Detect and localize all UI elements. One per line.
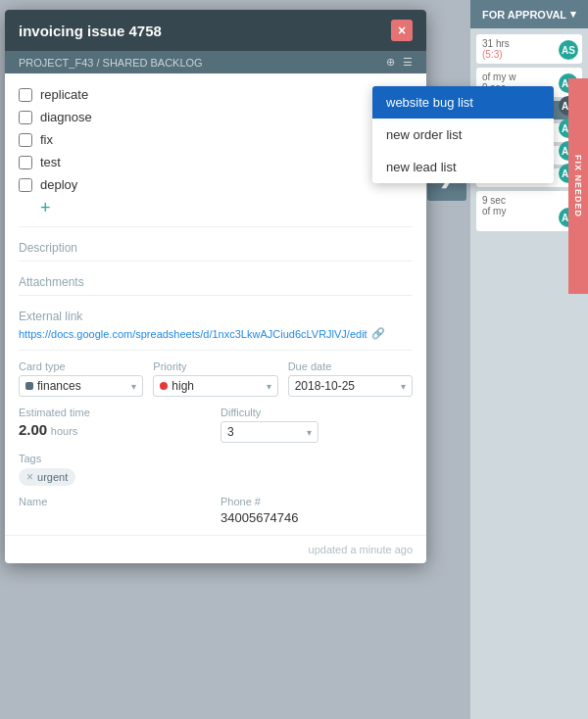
chevron-down-icon: ▾ — [570, 8, 576, 21]
checklist-item-fix: fix — [19, 128, 413, 151]
modal-footer: updated a minute ago — [5, 535, 426, 563]
chevron-down-icon: ▾ — [131, 381, 136, 392]
difficulty-field: Difficulty 3 ▾ — [220, 407, 413, 443]
checklist: replicate diagnose fix test deploy — [19, 83, 413, 196]
deploy-label: deploy — [40, 177, 77, 192]
add-checklist-item-button[interactable]: + — [40, 196, 51, 220]
menu-icon[interactable]: ☰ — [403, 56, 413, 69]
card-fields-row: Card type finances ▾ Priority high ▾ Due… — [19, 360, 413, 397]
priority-value: high — [172, 379, 194, 393]
checklist-item-deploy: deploy — [19, 173, 413, 196]
list-dropdown-menu: website bug list new order list new lead… — [372, 86, 554, 183]
card-type-field: Card type finances ▾ — [19, 360, 143, 397]
tag-remove-icon[interactable]: × — [26, 470, 33, 484]
tags-label: Tags — [19, 453, 413, 464]
divider — [19, 350, 413, 351]
dropdown-item-new-order-list[interactable]: new order list — [372, 119, 554, 151]
replicate-label: replicate — [40, 87, 88, 102]
fix-label: fix — [40, 132, 53, 147]
checklist-item-diagnose: diagnose — [19, 106, 413, 128]
estimated-time-number: 2.00 — [19, 421, 47, 438]
close-button[interactable]: × — [391, 20, 413, 41]
estimated-time-value: 2.00 hours — [19, 421, 211, 438]
tags-row: Tags × urgent — [19, 453, 413, 486]
difficulty-select[interactable]: 3 ▾ — [220, 421, 318, 443]
diagnose-checkbox[interactable] — [19, 111, 32, 124]
description-label: Description — [19, 241, 413, 255]
tag-urgent: × urgent — [19, 468, 75, 486]
external-link-label: External link — [19, 310, 413, 323]
modal-subheader: PROJECT_F43 / SHARED BACKLOG ⊕ ☰ — [5, 51, 426, 73]
estimated-time-unit: hours — [51, 425, 78, 437]
phone-value: 34005674746 — [220, 510, 413, 525]
test-label: test — [40, 155, 61, 169]
card-type-value: finances — [37, 379, 81, 393]
name-label: Name — [19, 496, 211, 507]
link-icon: 🔗 — [371, 327, 385, 340]
issue-modal: invoicing issue 4758 × PROJECT_F43 / SHA… — [5, 10, 426, 563]
difficulty-value: 3 — [227, 425, 234, 439]
due-date-select[interactable]: 2018-10-25 ▾ — [288, 375, 413, 397]
deploy-checkbox[interactable] — [19, 178, 32, 192]
dropdown-item-website-bug-list[interactable]: website bug list — [372, 86, 554, 119]
time-difficulty-row: Estimated time 2.00 hours Difficulty 3 ▾ — [19, 407, 413, 443]
estimated-time-field: Estimated time 2.00 hours — [19, 407, 211, 443]
modal-body: replicate diagnose fix test deploy + Des… — [5, 73, 426, 535]
modal-title: invoicing issue 4758 — [19, 23, 162, 39]
priority-dot — [160, 382, 168, 390]
fix-checkbox[interactable] — [19, 133, 32, 147]
kanban-card: 31 hrs (5:3) AS — [476, 34, 582, 64]
test-checkbox[interactable] — [19, 156, 32, 169]
checklist-item-replicate: replicate — [19, 83, 413, 106]
tag-value: urgent — [37, 471, 68, 483]
due-date-value: 2018-10-25 — [295, 379, 355, 393]
priority-label: Priority — [153, 360, 277, 372]
expand-icon[interactable]: ⊕ — [386, 56, 395, 69]
replicate-checkbox[interactable] — [19, 88, 32, 102]
card-type-label: Card type — [19, 360, 143, 372]
priority-field: Priority high ▾ — [153, 360, 277, 397]
updated-timestamp: updated a minute ago — [309, 544, 413, 555]
checklist-item-test: test — [19, 151, 413, 173]
for-approval-label: FOR APPROVAL — [482, 9, 566, 21]
divider — [19, 295, 413, 296]
kanban-card: 9 sec of my AS 44 — [476, 191, 582, 231]
diagnose-label: diagnose — [40, 110, 92, 124]
priority-select[interactable]: high ▾ — [153, 375, 277, 397]
modal-header: invoicing issue 4758 × — [5, 10, 426, 51]
phone-label: Phone # — [220, 496, 413, 507]
chevron-down-icon: ▾ — [401, 381, 406, 392]
phone-field: Phone # 34005674746 — [220, 496, 413, 525]
attachments-label: Attachments — [19, 275, 413, 289]
name-field: Name — [19, 496, 211, 525]
breadcrumb: PROJECT_F43 / SHARED BACKLOG — [19, 57, 203, 69]
divider — [19, 226, 413, 227]
for-approval-header: FOR APPROVAL ▾ — [470, 0, 588, 28]
chevron-down-icon: ▾ — [267, 381, 271, 392]
chevron-down-icon: ▾ — [307, 427, 312, 438]
tags-field: Tags × urgent — [19, 453, 413, 486]
avatar: AS — [559, 40, 578, 60]
due-date-field: Due date 2018-10-25 ▾ — [288, 360, 413, 397]
divider — [19, 261, 413, 262]
difficulty-label: Difficulty — [220, 407, 413, 418]
external-link-url[interactable]: https://docs.google.com/spreadsheets/d/1… — [19, 328, 368, 340]
card-type-select[interactable]: finances ▾ — [19, 375, 143, 397]
due-date-label: Due date — [288, 360, 413, 372]
dropdown-item-new-lead-list[interactable]: new lead list — [372, 151, 554, 183]
name-phone-row: Name Phone # 34005674746 — [19, 496, 413, 525]
fix-needed-label: FIX NEEDED — [568, 78, 588, 294]
estimated-time-label: Estimated time — [19, 407, 211, 418]
card-type-color-dot — [25, 382, 33, 390]
